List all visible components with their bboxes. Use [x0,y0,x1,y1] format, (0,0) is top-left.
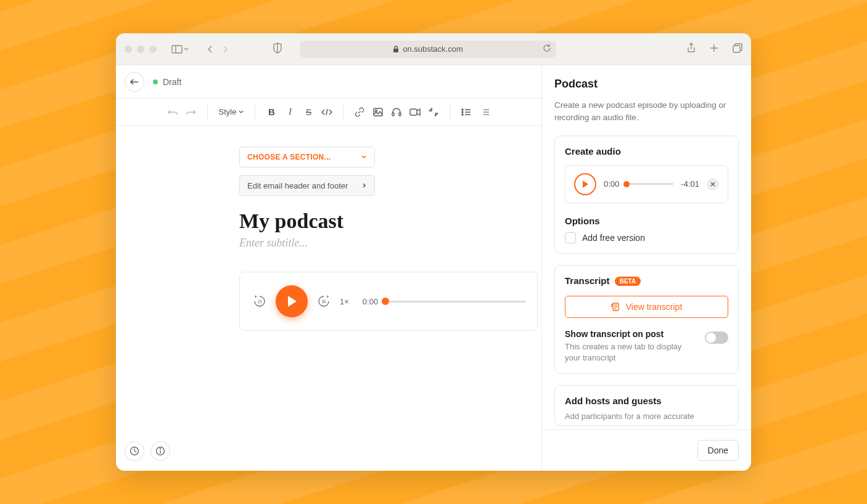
skip-back-button[interactable]: 15 [251,293,268,310]
numbered-list-button[interactable] [476,104,493,121]
svg-text:15: 15 [257,299,262,304]
link-button[interactable] [351,104,368,121]
back-button[interactable] [125,72,144,92]
chevron-right-icon [221,45,229,54]
remove-audio-button[interactable] [707,178,719,190]
numbered-list-icon [480,108,490,116]
reload-button[interactable] [543,44,551,54]
italic-button[interactable]: I [281,104,298,121]
traffic-light-minimize[interactable] [137,46,144,53]
mini-handle[interactable] [623,181,630,187]
browser-actions [687,43,742,56]
toolbar: Style B I S [116,99,541,126]
editor-area: Draft [116,65,541,471]
close-icon [710,182,715,187]
tabs-icon [733,43,742,53]
bullet-list-icon [461,108,471,116]
svg-point-11 [462,112,463,113]
toolbar-divider [255,105,255,119]
redo-button[interactable] [183,104,200,121]
skip-forward-button[interactable]: 30 [315,293,332,310]
time-current: 0:00 [363,297,378,306]
plus-icon [709,43,719,53]
image-button[interactable] [369,104,387,121]
traffic-light-close[interactable] [125,46,132,53]
share-button[interactable] [687,43,696,56]
toolbar-divider [207,105,208,119]
mini-track[interactable] [627,183,673,185]
url-bar[interactable]: on.substack.com [300,41,556,58]
sidebar-description: Create a new podcast episode by uploadin… [554,99,739,124]
section-select[interactable]: CHOOSE A SECTION... [239,147,375,168]
create-audio-heading: Create audio [565,146,728,156]
info-icon [155,446,165,456]
chevron-down-icon [184,47,189,52]
reload-icon [543,44,551,52]
post-subtitle[interactable]: Enter subtitle... [239,237,538,250]
info-button[interactable] [150,441,170,461]
email-header-button[interactable]: Edit email header and footer [239,175,375,196]
toggle-knob [706,333,716,343]
sidebar-toggle[interactable] [171,45,189,54]
transcript-card: Transcript BETA View transcript [554,265,739,375]
hosts-heading: Add hosts and guests [565,396,728,406]
style-label: Style [219,107,237,116]
nav-arrows [206,45,229,54]
url-text: on.substack.com [403,44,463,54]
free-version-checkbox[interactable] [565,232,576,243]
sidebar-title: Podcast [554,78,739,91]
traffic-light-maximize[interactable] [149,46,157,53]
bullet-list-button[interactable] [458,104,475,121]
back-arrow[interactable] [206,45,215,54]
embed-button[interactable] [425,104,442,121]
code-button[interactable] [318,104,335,121]
beta-badge: BETA [615,277,641,286]
history-button[interactable] [125,441,144,461]
play-icon [286,295,297,307]
traffic-lights [125,46,157,53]
progress-handle[interactable] [382,298,389,305]
undo-button[interactable] [164,104,181,121]
svg-point-12 [462,114,463,115]
hosts-desc: Add participants for a more accurate [565,411,728,422]
bold-button[interactable]: B [263,104,280,121]
transcript-icon [611,303,620,311]
view-transcript-button[interactable]: View transcript [565,296,728,318]
tabs-button[interactable] [733,43,742,55]
lock-icon [393,46,399,53]
right-sidebar: Podcast Create a new podcast episode by … [541,65,751,471]
play-button-large[interactable] [276,285,308,317]
svg-rect-4 [733,46,740,52]
strikethrough-button[interactable]: S [300,104,317,121]
code-icon [321,108,332,116]
free-version-label: Add free version [582,233,645,243]
video-icon [409,108,421,116]
done-button[interactable]: Done [697,440,739,461]
progress-track[interactable] [385,301,526,303]
draft-label: Draft [163,77,181,87]
options-heading: Options [565,216,728,226]
speed-label[interactable]: 1× [340,297,349,306]
video-button[interactable] [406,104,424,121]
image-icon [373,108,383,116]
sidebar-footer: Done [542,429,751,471]
link-icon [355,107,364,117]
transcript-toggle[interactable] [705,331,728,344]
audio-button[interactable] [388,104,405,121]
svg-text:30: 30 [321,299,326,304]
mini-play-button[interactable] [574,173,596,195]
skip-back-icon: 15 [253,295,266,308]
privacy-shield[interactable] [273,43,282,56]
redo-icon [186,108,196,116]
style-dropdown[interactable]: Style [215,107,248,116]
section-select-label: CHOOSE A SECTION... [247,153,331,161]
toggle-title: Show transcript on post [565,329,697,339]
history-icon [129,446,139,456]
forward-arrow[interactable] [221,45,229,54]
app-content: Draft [116,65,751,471]
browser-chrome: on.substack.com [116,33,751,65]
free-version-checkbox-row[interactable]: Add free version [565,232,728,243]
post-title[interactable]: My podcast [239,209,538,233]
new-tab-button[interactable] [709,43,719,55]
arrow-left-icon [130,78,139,86]
